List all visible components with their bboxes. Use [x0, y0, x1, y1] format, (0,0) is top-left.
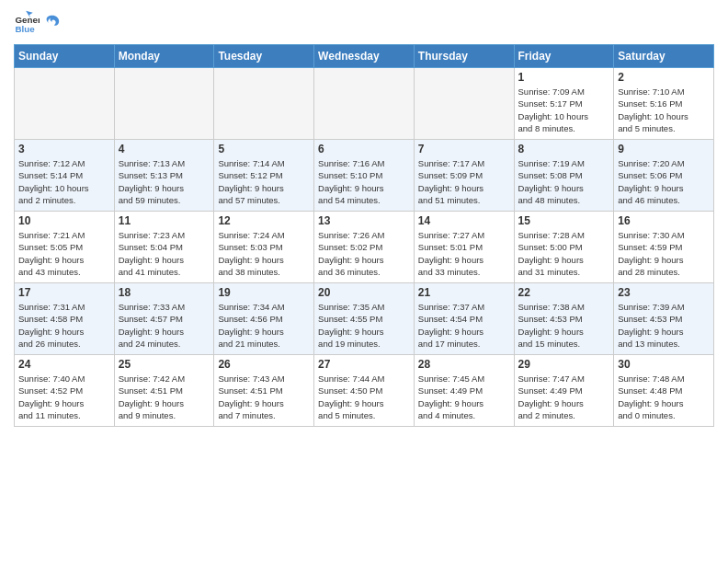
day-number: 21: [418, 286, 510, 299]
weekday-header-tuesday: Tuesday: [214, 45, 314, 68]
day-info: Sunrise: 7:19 AM Sunset: 5:08 PM Dayligh…: [518, 157, 610, 206]
calendar-table: SundayMondayTuesdayWednesdayThursdayFrid…: [14, 44, 714, 427]
logo: General Blue: [14, 9, 62, 35]
weekday-header-monday: Monday: [114, 45, 214, 68]
day-info: Sunrise: 7:42 AM Sunset: 4:51 PM Dayligh…: [119, 373, 210, 421]
calendar-cell: 15Sunrise: 7:28 AM Sunset: 5:00 PM Dayli…: [514, 212, 614, 283]
calendar-cell: 11Sunrise: 7:23 AM Sunset: 5:04 PM Dayli…: [114, 212, 214, 283]
day-info: Sunrise: 7:26 AM Sunset: 5:02 PM Dayligh…: [318, 229, 410, 278]
week-row-4: 17Sunrise: 7:31 AM Sunset: 4:58 PM Dayli…: [15, 283, 714, 355]
day-number: 19: [218, 286, 310, 299]
calendar-cell: 17Sunrise: 7:31 AM Sunset: 4:58 PM Dayli…: [15, 283, 115, 355]
day-info: Sunrise: 7:30 AM Sunset: 4:59 PM Dayligh…: [618, 229, 710, 278]
week-row-3: 10Sunrise: 7:21 AM Sunset: 5:05 PM Dayli…: [15, 212, 714, 283]
calendar-cell: 30Sunrise: 7:48 AM Sunset: 4:48 PM Dayli…: [614, 355, 714, 427]
day-number: 12: [218, 214, 310, 227]
calendar-cell: 24Sunrise: 7:40 AM Sunset: 4:52 PM Dayli…: [15, 355, 115, 427]
day-number: 27: [318, 358, 410, 371]
day-info: Sunrise: 7:39 AM Sunset: 4:53 PM Dayligh…: [618, 301, 710, 350]
calendar-cell: 21Sunrise: 7:37 AM Sunset: 4:54 PM Dayli…: [414, 283, 514, 355]
calendar-cell: 25Sunrise: 7:42 AM Sunset: 4:51 PM Dayli…: [114, 355, 214, 427]
day-number: 14: [418, 214, 510, 227]
calendar-cell: 8Sunrise: 7:19 AM Sunset: 5:08 PM Daylig…: [514, 140, 614, 212]
day-number: 23: [618, 286, 710, 299]
calendar-cell: 4Sunrise: 7:13 AM Sunset: 5:13 PM Daylig…: [114, 140, 214, 212]
day-number: 8: [518, 143, 610, 155]
calendar-cell: 9Sunrise: 7:20 AM Sunset: 5:06 PM Daylig…: [614, 140, 714, 212]
calendar-cell: 26Sunrise: 7:43 AM Sunset: 4:51 PM Dayli…: [214, 355, 314, 427]
calendar-cell: 22Sunrise: 7:38 AM Sunset: 4:53 PM Dayli…: [514, 283, 614, 355]
day-number: 10: [18, 214, 110, 227]
calendar-cell: 14Sunrise: 7:27 AM Sunset: 5:01 PM Dayli…: [414, 212, 514, 283]
day-info: Sunrise: 7:31 AM Sunset: 4:58 PM Dayligh…: [18, 301, 110, 350]
day-number: 18: [119, 286, 210, 299]
day-info: Sunrise: 7:44 AM Sunset: 4:50 PM Dayligh…: [318, 373, 410, 421]
weekday-header-saturday: Saturday: [614, 45, 714, 68]
weekday-header-row: SundayMondayTuesdayWednesdayThursdayFrid…: [15, 45, 714, 68]
day-info: Sunrise: 7:33 AM Sunset: 4:57 PM Dayligh…: [119, 301, 210, 350]
calendar-cell: 6Sunrise: 7:16 AM Sunset: 5:10 PM Daylig…: [314, 140, 415, 212]
day-info: Sunrise: 7:34 AM Sunset: 4:56 PM Dayligh…: [218, 301, 310, 350]
day-number: 17: [18, 286, 110, 299]
day-number: 24: [18, 358, 110, 371]
calendar-cell: 18Sunrise: 7:33 AM Sunset: 4:57 PM Dayli…: [114, 283, 214, 355]
day-number: 25: [119, 358, 210, 371]
day-info: Sunrise: 7:38 AM Sunset: 4:53 PM Dayligh…: [518, 301, 610, 350]
weekday-header-wednesday: Wednesday: [314, 45, 415, 68]
day-info: Sunrise: 7:40 AM Sunset: 4:52 PM Dayligh…: [18, 373, 110, 421]
calendar-cell: 23Sunrise: 7:39 AM Sunset: 4:53 PM Dayli…: [614, 283, 714, 355]
day-number: 15: [518, 214, 610, 227]
day-info: Sunrise: 7:35 AM Sunset: 4:55 PM Dayligh…: [318, 301, 410, 350]
day-info: Sunrise: 7:43 AM Sunset: 4:51 PM Dayligh…: [218, 373, 310, 421]
day-number: 13: [318, 214, 410, 227]
day-number: 3: [18, 143, 110, 155]
calendar-cell: 2Sunrise: 7:10 AM Sunset: 5:16 PM Daylig…: [614, 68, 714, 140]
day-info: Sunrise: 7:10 AM Sunset: 5:16 PM Dayligh…: [618, 86, 710, 134]
calendar-cell: 12Sunrise: 7:24 AM Sunset: 5:03 PM Dayli…: [214, 212, 314, 283]
day-number: 2: [618, 71, 710, 84]
logo-bird-icon: [44, 14, 61, 30]
day-info: Sunrise: 7:24 AM Sunset: 5:03 PM Dayligh…: [218, 229, 310, 278]
day-number: 4: [119, 143, 210, 155]
calendar-cell: 29Sunrise: 7:47 AM Sunset: 4:49 PM Dayli…: [514, 355, 614, 427]
weekday-header-sunday: Sunday: [15, 45, 115, 68]
day-number: 7: [418, 143, 510, 155]
logo-icon: General Blue: [14, 9, 40, 35]
day-number: 26: [218, 358, 310, 371]
day-info: Sunrise: 7:20 AM Sunset: 5:06 PM Dayligh…: [618, 157, 710, 206]
day-number: 9: [618, 143, 710, 155]
day-number: 29: [518, 358, 610, 371]
day-info: Sunrise: 7:23 AM Sunset: 5:04 PM Dayligh…: [119, 229, 210, 278]
calendar-cell: 3Sunrise: 7:12 AM Sunset: 5:14 PM Daylig…: [15, 140, 115, 212]
week-row-2: 3Sunrise: 7:12 AM Sunset: 5:14 PM Daylig…: [15, 140, 714, 212]
day-number: 1: [518, 71, 610, 84]
week-row-5: 24Sunrise: 7:40 AM Sunset: 4:52 PM Dayli…: [15, 355, 714, 427]
svg-text:Blue: Blue: [15, 24, 35, 34]
calendar-cell: 20Sunrise: 7:35 AM Sunset: 4:55 PM Dayli…: [314, 283, 415, 355]
calendar-cell: 19Sunrise: 7:34 AM Sunset: 4:56 PM Dayli…: [214, 283, 314, 355]
logo-text: [43, 14, 62, 30]
day-info: Sunrise: 7:47 AM Sunset: 4:49 PM Dayligh…: [518, 373, 610, 421]
day-info: Sunrise: 7:16 AM Sunset: 5:10 PM Dayligh…: [318, 157, 410, 206]
day-number: 30: [618, 358, 710, 371]
page-header: General Blue: [14, 9, 714, 35]
day-info: Sunrise: 7:14 AM Sunset: 5:12 PM Dayligh…: [218, 157, 310, 206]
day-info: Sunrise: 7:48 AM Sunset: 4:48 PM Dayligh…: [618, 373, 710, 421]
day-number: 5: [218, 143, 310, 155]
day-info: Sunrise: 7:12 AM Sunset: 5:14 PM Dayligh…: [18, 157, 110, 206]
day-info: Sunrise: 7:28 AM Sunset: 5:00 PM Dayligh…: [518, 229, 610, 278]
calendar-cell: 28Sunrise: 7:45 AM Sunset: 4:49 PM Dayli…: [414, 355, 514, 427]
day-info: Sunrise: 7:45 AM Sunset: 4:49 PM Dayligh…: [418, 373, 510, 421]
day-info: Sunrise: 7:21 AM Sunset: 5:05 PM Dayligh…: [18, 229, 110, 278]
calendar-cell: [314, 68, 415, 140]
calendar-cell: 7Sunrise: 7:17 AM Sunset: 5:09 PM Daylig…: [414, 140, 514, 212]
week-row-1: 1Sunrise: 7:09 AM Sunset: 5:17 PM Daylig…: [15, 68, 714, 140]
weekday-header-thursday: Thursday: [414, 45, 514, 68]
day-info: Sunrise: 7:09 AM Sunset: 5:17 PM Dayligh…: [518, 86, 610, 134]
calendar-cell: 10Sunrise: 7:21 AM Sunset: 5:05 PM Dayli…: [15, 212, 115, 283]
day-number: 22: [518, 286, 610, 299]
page-container: General Blue SundayMondayTuesdayW: [0, 0, 728, 436]
calendar-cell: 27Sunrise: 7:44 AM Sunset: 4:50 PM Dayli…: [314, 355, 415, 427]
calendar-cell: [414, 68, 514, 140]
calendar-cell: 5Sunrise: 7:14 AM Sunset: 5:12 PM Daylig…: [214, 140, 314, 212]
